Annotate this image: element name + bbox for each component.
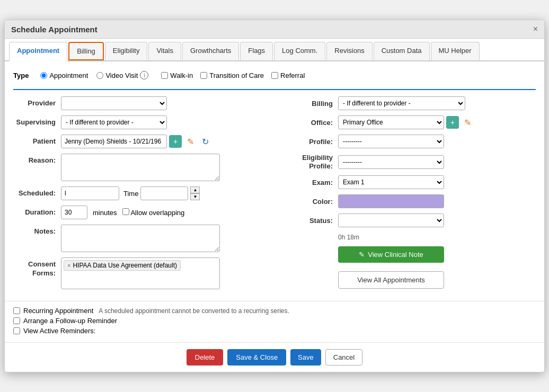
view-active-reminders-checkbox[interactable] xyxy=(13,327,20,334)
video-visit-info-icon[interactable]: i xyxy=(140,71,148,79)
tab-vitals[interactable]: Vitals xyxy=(148,42,181,60)
supervising-select[interactable]: - If different to provider - xyxy=(61,115,167,129)
type-checkboxes: Walk-in Transition of Care Referral xyxy=(161,72,305,79)
bottom-section: Recurring Appointment A scheduled appoin… xyxy=(5,301,544,342)
appointment-radio[interactable] xyxy=(40,72,47,79)
color-row: Color: xyxy=(285,194,536,208)
tab-custom-data[interactable]: Custom Data xyxy=(374,42,430,60)
status-label: Status: xyxy=(285,217,338,225)
billing-select[interactable]: - If different to provider - xyxy=(338,96,465,110)
note-icon: ✎ xyxy=(359,251,365,259)
tab-flags[interactable]: Flags xyxy=(240,42,273,60)
provider-label: Provider xyxy=(13,96,61,107)
tab-log-comm[interactable]: Log Comm. xyxy=(274,42,325,60)
reason-textarea[interactable] xyxy=(61,154,220,181)
video-visit-radio[interactable] xyxy=(96,72,103,79)
view-all-appointments-button[interactable]: View All Appointments xyxy=(338,271,444,289)
provider-select[interactable] xyxy=(61,96,167,110)
recurring-appointment-checkbox[interactable] xyxy=(13,307,20,314)
follow-up-reminder-checkbox[interactable] xyxy=(13,317,20,324)
office-select[interactable]: Primary Office xyxy=(338,115,444,129)
form-left: Provider Supervising - If different to p… xyxy=(13,96,264,295)
status-field-content xyxy=(338,213,444,227)
eligibility-profile-select[interactable]: --------- xyxy=(338,155,444,169)
walkin-checkbox-label[interactable]: Walk-in xyxy=(161,72,193,79)
profile-field-content: --------- xyxy=(338,135,444,148)
consent-tag-label: HIPAA Data Use Agreement (default) xyxy=(73,262,177,269)
delete-button[interactable]: Delete xyxy=(187,349,224,366)
scheduled-row: Scheduled: Time ▲ ▼ xyxy=(13,186,264,200)
exam-field-content: Exam 1 xyxy=(338,175,444,189)
consent-tag: × HIPAA Data Use Agreement (default) xyxy=(64,260,181,271)
follow-up-reminder-row: Arrange a Follow-up Reminder xyxy=(13,317,536,325)
time-input[interactable] xyxy=(140,186,188,200)
remove-consent-button[interactable]: × xyxy=(67,262,70,269)
time-spinner[interactable]: ▲ ▼ xyxy=(190,186,200,200)
form-section: Provider Supervising - If different to p… xyxy=(13,96,536,295)
add-office-button[interactable]: + xyxy=(446,116,459,129)
tab-appointment[interactable]: Appointment xyxy=(9,42,67,61)
profile-label: Profile: xyxy=(285,138,338,146)
recurring-appointment-row: Recurring Appointment A scheduled appoin… xyxy=(13,307,536,315)
tab-eligibility[interactable]: Eligibility xyxy=(105,42,148,60)
time-down-button[interactable]: ▼ xyxy=(190,193,200,200)
add-patient-button[interactable]: + xyxy=(169,135,182,148)
time-info-content: 0h 18m xyxy=(338,233,359,241)
tab-revisions[interactable]: Revisions xyxy=(326,42,372,60)
consent-forms-content: × HIPAA Data Use Agreement (default) xyxy=(61,257,264,289)
duration-field-content: minutes Allow overlapping xyxy=(61,206,264,219)
patient-field-content: + ✎ ↻ xyxy=(61,135,264,148)
scheduled-label: Scheduled: xyxy=(13,186,61,197)
view-all-appointments-row: View All Appointments xyxy=(285,268,536,289)
view-clinical-note-button[interactable]: ✎ View Clinical Note xyxy=(338,246,444,263)
reason-field-content xyxy=(61,154,264,181)
consent-forms-label: Consent Forms: xyxy=(13,257,61,278)
walkin-checkbox[interactable] xyxy=(161,72,168,79)
status-row: Status: xyxy=(285,213,536,227)
view-clinical-note-row: ✎ View Clinical Note xyxy=(285,246,536,263)
supervising-row: Supervising - If different to provider - xyxy=(13,115,264,129)
referral-checkbox[interactable] xyxy=(271,72,278,79)
eligibility-profile-field-content: --------- xyxy=(338,155,444,169)
referral-checkbox-label[interactable]: Referral xyxy=(271,72,305,79)
status-select[interactable] xyxy=(338,213,444,227)
transition-checkbox-label[interactable]: Transition of Care xyxy=(200,72,264,79)
consent-forms-box[interactable]: × HIPAA Data Use Agreement (default) xyxy=(61,257,220,289)
scheduled-input[interactable] xyxy=(61,186,119,200)
edit-office-button[interactable]: ✎ xyxy=(461,116,474,129)
exam-label: Exam: xyxy=(285,179,338,186)
allow-overlapping-checkbox-label[interactable]: Allow overlapping xyxy=(122,208,185,217)
view-clinical-note-content: ✎ View Clinical Note xyxy=(338,246,444,263)
allow-overlapping-checkbox[interactable] xyxy=(122,208,129,215)
patient-input[interactable] xyxy=(61,135,167,148)
transition-of-care-checkbox[interactable] xyxy=(200,72,207,79)
duration-input[interactable] xyxy=(61,206,87,219)
office-row: Office: Primary Office + ✎ xyxy=(285,115,536,129)
follow-up-reminder-label: Arrange a Follow-up Reminder xyxy=(23,317,117,325)
color-picker[interactable] xyxy=(338,194,444,208)
scheduled-field-content: Time ▲ ▼ xyxy=(61,186,264,200)
notes-label: Notes: xyxy=(13,225,61,235)
cancel-button[interactable]: Cancel xyxy=(325,349,362,366)
edit-patient-button[interactable]: ✎ xyxy=(184,135,197,148)
notes-field-content xyxy=(61,225,264,252)
modal-close-button[interactable]: × xyxy=(533,24,538,34)
tab-billing[interactable]: Billing xyxy=(68,42,104,60)
appointment-radio-label[interactable]: Appointment xyxy=(40,72,88,79)
save-button[interactable]: Save xyxy=(290,349,321,366)
notes-textarea[interactable] xyxy=(61,225,220,252)
tab-mu-helper[interactable]: MU Helper xyxy=(431,42,480,60)
refresh-patient-button[interactable]: ↻ xyxy=(199,135,211,148)
profile-select[interactable]: --------- xyxy=(338,135,444,148)
save-close-button[interactable]: Save & Close xyxy=(227,349,286,366)
tab-growthcharts[interactable]: Growthcharts xyxy=(182,42,239,60)
eligibility-profile-row: Eligibility Profile: --------- xyxy=(285,154,536,170)
exam-select[interactable]: Exam 1 xyxy=(338,175,444,189)
action-bar: Delete Save & Close Save Cancel xyxy=(5,342,544,372)
video-visit-radio-label[interactable]: Video Visit i xyxy=(96,71,148,79)
provider-field-content xyxy=(61,96,264,110)
time-up-button[interactable]: ▲ xyxy=(190,186,200,193)
view-all-appointments-content: View All Appointments xyxy=(338,268,444,289)
recurring-appointment-note: A scheduled appointment cannot be conver… xyxy=(99,307,289,315)
schedule-appointment-modal: Schedule Appointment × Appointment Billi… xyxy=(4,20,545,372)
